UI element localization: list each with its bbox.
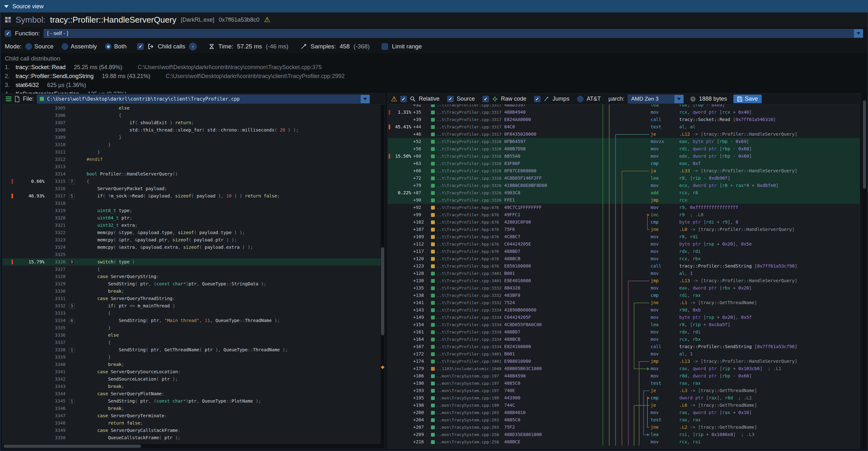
- asm-source-location[interactable]: ..t\TracyProfiler.hpp:676: [431, 211, 504, 218]
- window-titlebar[interactable]: Source view: [0, 0, 868, 12]
- asm-source-location[interactable]: ..mon\TracySystem.cpp:199: [431, 394, 504, 402]
- asm-source-location[interactable]: ..t\TracyProfiler.hpp:676: [431, 255, 504, 263]
- asm-source-location[interactable]: ..t\TracyProfiler.cpp:3332: [431, 284, 504, 292]
- source-line[interactable]: 33346 SendString( ptr, "Main thread", 11…: [3, 317, 384, 324]
- asm-row[interactable]: +154..t\TracyProfiler.cpp:33344C8D055FBA…: [388, 321, 860, 328]
- asm-row[interactable]: +141..t\TracyProfiler.cpp:33327524jne.L1…: [388, 299, 860, 306]
- asm-row[interactable]: +167..t\TracyProfiler.cpp:3334E824160000…: [388, 343, 860, 350]
- asm-row[interactable]: +193..mon\TracySystem.cpp:197740Eje.L3 -…: [388, 387, 860, 394]
- scrollbar-thumb[interactable]: [3, 445, 141, 448]
- scrollbar-thumb[interactable]: [381, 247, 384, 335]
- asm-row[interactable]: +31..t\TracyProfiler.cpp:3317488D5597lea…: [388, 104, 860, 109]
- asm-row[interactable]: +79..t\TracyProfiler.cpp:3326418B8C80E0B…: [388, 182, 860, 189]
- child-call-entry[interactable]: 4.KeSynchronizeExecution125 µs (0.27%): [5, 90, 863, 93]
- asm-source-location[interactable]: ..mon\TracySystem.cpp:197: [431, 387, 504, 394]
- asm-row[interactable]: +200..mon\TracySystem.cpp:203488B4010mov…: [388, 409, 860, 416]
- asm-source-location[interactable]: ..mon\TracySystem.cpp:199: [431, 402, 504, 409]
- asm-row[interactable]: +204..mon\TracySystem.cpp:2034885C0testr…: [388, 416, 860, 424]
- asm-source-location[interactable]: ..mon\TracySystem.cpp:203: [431, 416, 504, 424]
- source-line[interactable]: 3341 case ServerQuerySourceLocation:: [3, 368, 384, 375]
- asm-row[interactable]: +198..mon\TracySystem.cpp:199744Cje.L6 -…: [388, 402, 860, 409]
- att-radio[interactable]: [577, 96, 584, 102]
- source-line[interactable]: 3342 SendSourceLocation( ptr );: [3, 375, 384, 383]
- asm-row[interactable]: +186..mon\TracySystem.cpp:197448B4598mov…: [388, 372, 860, 380]
- source-line[interactable]: 3336 else: [3, 332, 384, 339]
- asm-row[interactable]: 1.31%+35..t\TracyProfiler.cpp:3317488B49…: [388, 109, 860, 116]
- source-line[interactable]: 3350 QueueCallstackFrame( ptr );: [3, 434, 384, 442]
- asm-source-location[interactable]: ..t\TracyProfiler.hpp:676: [431, 263, 504, 270]
- asm-row[interactable]: +112..t\TracyProfiler.hpp:676C64424205Em…: [388, 240, 860, 248]
- asm-row[interactable]: +63..t\TracyProfiler.cpp:332683F80Fcmpea…: [388, 160, 860, 167]
- asm-row[interactable]: +120..t\TracyProfiler.hpp:676488BCBmovrc…: [388, 255, 860, 263]
- asm-row[interactable]: +130..t\TracyProfiler.cpp:3401E9E4010000…: [388, 277, 860, 284]
- asm-source-location[interactable]: ..t\TracyProfiler.cpp:3334: [431, 343, 504, 350]
- asm-source-location[interactable]: ..mon\TracySystem.cpp:258: [431, 438, 504, 446]
- source-line[interactable]: 0.66%33157{: [3, 178, 384, 185]
- source-line[interactable]: 3324 memcpy( &extra, &payload.extra, siz…: [3, 244, 384, 251]
- asm-row[interactable]: +46..t\TracyProfiler.cpp:33170F843502000…: [388, 130, 860, 138]
- asm-source-location[interactable]: ..t\TracyProfiler.cpp:3317: [431, 123, 504, 130]
- asm-row[interactable]: +66..t\TracyProfiler.cpp:33260F87CE06000…: [388, 167, 860, 175]
- source-line[interactable]: 3312#endif: [3, 156, 384, 163]
- asm-row[interactable]: +109..t\TracyProfiler.hpp:6764C8BC7movr8…: [388, 233, 860, 240]
- asm-source-location[interactable]: ..t\TracyProfiler.hpp:676: [431, 233, 504, 240]
- save-button[interactable]: Save: [733, 95, 762, 103]
- chevron-down-icon[interactable]: [361, 95, 370, 103]
- source-vertical-scrollbar[interactable]: [381, 104, 384, 444]
- source-line[interactable]: 3322 memcpy( &type, &payload.type, sizeo…: [3, 229, 384, 236]
- asm-source-location[interactable]: ..mon\TracySystem.cpp:203: [431, 424, 504, 431]
- source-line[interactable]: 3346 break;: [3, 405, 384, 412]
- asm-source-location[interactable]: ..t\TracyProfiler.cpp:3317: [431, 116, 504, 123]
- asm-source-location[interactable]: ..t\TracyProfiler.cpp:3401: [431, 270, 504, 277]
- source-line[interactable]: 33381 SendString( ptr, GetThreadName( pt…: [3, 346, 384, 354]
- asm-row[interactable]: 45.41%+44..t\TracyProfiler.cpp:331784C0t…: [388, 123, 860, 130]
- asm-source-location[interactable]: ..t\TracyProfiler.cpp:3332: [431, 292, 504, 299]
- child-calls-checkbox[interactable]: [137, 43, 144, 50]
- mode-radio-source[interactable]: Source: [26, 43, 54, 50]
- asm-source-location[interactable]: ..t\TracyProfiler.cpp:3334: [431, 321, 504, 328]
- source-line[interactable]: 3343 break;: [3, 383, 384, 390]
- asm-source-location[interactable]: ..t\TracyProfiler.cpp:3334: [431, 314, 504, 321]
- asm-row[interactable]: +135..t\TracyProfiler.cpp:33328B4320move…: [388, 284, 860, 292]
- asm-row[interactable]: +172..t\TracyProfiler.cpp:3401B001moval,…: [388, 350, 860, 358]
- asm-row[interactable]: +107..t\TracyProfiler.hpp:67675F6jne.L0 …: [388, 226, 860, 233]
- asm-source-location[interactable]: ..t\TracyProfiler.hpp:676: [431, 204, 504, 211]
- mode-radio-both[interactable]: Both: [105, 43, 126, 50]
- source-line[interactable]: 33323 if( ptr == m_mainThread ): [3, 302, 384, 309]
- mode-radio-assembly[interactable]: Assembly: [62, 43, 97, 50]
- chevron-down-icon[interactable]: [854, 29, 863, 38]
- asm-source-location[interactable]: ..t\TracyProfiler.cpp:3326: [431, 197, 504, 204]
- source-line[interactable]: 3310 }: [3, 141, 384, 148]
- source-line[interactable]: 3344 case ServerQueryPlotName:: [3, 390, 384, 397]
- source-line[interactable]: 3340 break;: [3, 361, 384, 368]
- asm-source-location[interactable]: ..t\TracyProfiler.cpp:3401: [431, 277, 504, 284]
- asm-source-location[interactable]: ..mon\TracySystem.cpp:197: [431, 372, 504, 380]
- source-line[interactable]: 3313: [3, 163, 384, 171]
- asm-source-location[interactable]: ..t\TracyProfiler.cpp:3332: [431, 299, 504, 306]
- chevron-down-icon[interactable]: [675, 95, 683, 103]
- asm-row[interactable]: +72..t\TracyProfiler.cpp:33264C8D05F146F…: [388, 175, 860, 182]
- source-line[interactable]: 3349 case ServerQueryCallstackFrame:: [3, 427, 384, 434]
- asm-row[interactable]: +161..t\TracyProfiler.cpp:3334488BD7movr…: [388, 328, 860, 336]
- child-call-entry[interactable]: 1.tracy::Socket::Read25.25 ms (54.89%)C:…: [5, 63, 863, 72]
- source-line[interactable]: 3323 memcpy( &ptr, &payload.ptr, sizeof(…: [3, 236, 384, 244]
- asm-source-location[interactable]: ..t\TracyProfiler.cpp:3326: [431, 145, 504, 153]
- source-line[interactable]: 3337 {: [3, 339, 384, 346]
- asm-source-location[interactable]: ..1103\include\atomic:1048: [431, 365, 504, 372]
- asm-source-location[interactable]: ..t\TracyProfiler.cpp:3317: [431, 109, 504, 116]
- source-code-view[interactable]: 3305 else3306 {3307 if( shouldExit ) ret…: [3, 104, 384, 444]
- asm-source-location[interactable]: ..t\TracyProfiler.hpp:676: [431, 248, 504, 255]
- source-line[interactable]: 3330 break;: [3, 288, 384, 295]
- asm-row[interactable]: +207..mon\TracySystem.cpp:20375F2jne.L2 …: [388, 424, 860, 431]
- assembly-view[interactable]: +31..t\TracyProfiler.cpp:3317488D5597lea…: [388, 104, 860, 448]
- asm-row[interactable]: +99..t\TracyProfiler.hpp:67649FFC1incr9 …: [388, 211, 860, 218]
- asm-row[interactable]: +56..t\TracyProfiler.cpp:3326488B7D98mov…: [388, 145, 860, 153]
- source-files-icon[interactable]: [6, 96, 11, 101]
- source-line[interactable]: 3348 return false;: [3, 419, 384, 427]
- source-line[interactable]: 3307 if( shouldExit ) return;: [3, 119, 384, 126]
- asm-source-location[interactable]: ..t\TracyProfiler.cpp:3334: [431, 306, 504, 314]
- asm-source-location[interactable]: ..t\TracyProfiler.cpp:3317: [431, 130, 504, 138]
- source-line[interactable]: 3306 {: [3, 112, 384, 119]
- asm-row[interactable]: +102..t\TracyProfiler.hpp:67642803C0F00c…: [388, 218, 860, 226]
- source-line[interactable]: 3308 std::this_thread::sleep_for( std::c…: [3, 126, 384, 134]
